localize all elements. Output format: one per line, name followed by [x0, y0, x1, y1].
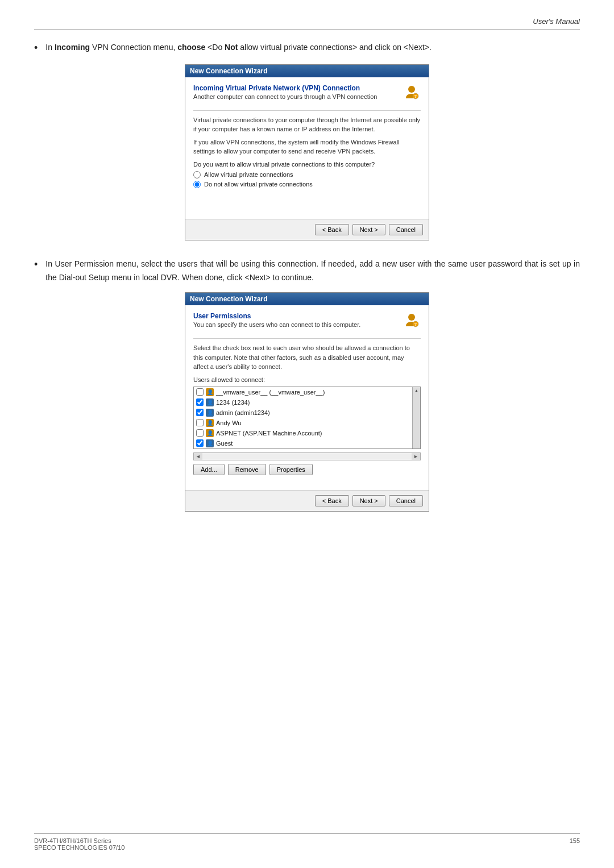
company-name: SPECO TECHNOLOGIES 07/10 [34, 844, 125, 851]
svg-text:?: ? [414, 322, 417, 326]
vpn-section-header: Incoming Virtual Private Network (VPN) C… [193, 84, 403, 92]
user-icon-1: 👤 [206, 398, 214, 406]
username-2: admin (admin1234) [216, 409, 270, 416]
back-button-2[interactable]: < Back [315, 495, 349, 506]
perm-section-sub: You can specify the users who can connec… [193, 321, 403, 328]
users-allowed-label: Users allowed to connect: [193, 376, 421, 383]
hz-track [202, 453, 412, 460]
dvr-series: DVR-4TH/8TH/16TH Series [34, 837, 111, 844]
back-button-1[interactable]: < Back [315, 224, 349, 235]
bullet-dot-1: • [34, 40, 38, 56]
bullet-row-2: • In User Permission menu, select the us… [34, 258, 580, 285]
vertical-scrollbar[interactable]: ▲ [412, 387, 420, 448]
page-footer: DVR-4TH/8TH/16TH Series SPECO TECHNOLOGI… [34, 833, 580, 851]
radio-allow-label: Allow virtual private connections [204, 171, 293, 178]
wizard-body-2: User Permissions You can specify the use… [185, 305, 429, 490]
list-item[interactable]: 👤 Guest [194, 438, 412, 448]
user-checkbox-4[interactable] [196, 429, 204, 437]
bullet-text-2: In User Permission menu, select the user… [45, 258, 580, 285]
wizard-user-permissions: New Connection Wizard User Permissions Y… [185, 292, 429, 512]
user-icon-0: 👤 [206, 388, 214, 396]
page-header: User's Manual [34, 17, 580, 30]
manual-title: User's Manual [533, 17, 580, 26]
remove-button[interactable]: Remove [228, 464, 266, 475]
user-icon-5: 👤 [206, 439, 214, 447]
bullet-section-2: • In User Permission menu, select the us… [34, 258, 580, 512]
hz-left-arrow[interactable]: ◄ [194, 454, 202, 459]
user-icon-4: 👤 [206, 429, 214, 437]
list-item[interactable]: 👤 ASPNET (ASP.NET Machine Account) [194, 428, 412, 438]
wizard-title-2: New Connection Wizard [190, 295, 268, 303]
wizard-titlebar-2: New Connection Wizard [185, 293, 429, 305]
cancel-button-1[interactable]: Cancel [389, 224, 423, 235]
action-buttons: Add... Remove Properties [193, 464, 421, 475]
wizard-footer-1: < Back Next > Cancel [185, 219, 429, 240]
footer-left: DVR-4TH/8TH/16TH Series SPECO TECHNOLOGI… [34, 837, 125, 851]
user-list-outer: 👤 __vmware_user__ (__vmware_user__) 👤 12… [193, 387, 421, 449]
wizard-title-1: New Connection Wizard [190, 67, 268, 75]
username-3: Andy Wu [216, 420, 241, 426]
hz-right-arrow[interactable]: ► [412, 454, 420, 459]
perm-description: Select the check box next to each user w… [193, 343, 421, 372]
wizard-footer-2: < Back Next > Cancel [185, 490, 429, 511]
wizard-body-1: Incoming Virtual Private Network (VPN) C… [185, 77, 429, 219]
svg-text:?: ? [414, 94, 417, 98]
vpn-section-sub: Another computer can connect to yours th… [193, 93, 403, 100]
user-checkbox-1[interactable] [196, 398, 204, 406]
list-item[interactable]: 👤 1234 (1234) [194, 397, 412, 408]
user-checkbox-2[interactable] [196, 409, 204, 416]
next-button-2[interactable]: Next > [352, 495, 385, 506]
user-icon-2: 👤 [206, 409, 214, 417]
wizard-vpn-connection: New Connection Wizard Incoming Virtual P… [185, 64, 429, 240]
properties-button[interactable]: Properties [269, 464, 313, 475]
username-0: __vmware_user__ (__vmware_user__) [216, 389, 325, 396]
vpn-para1: Virtual private connections to your comp… [193, 115, 421, 156]
bullet-dot-2: • [34, 256, 38, 273]
vpn-question: Do you want to allow virtual private con… [193, 161, 421, 168]
wizard-titlebar-1: New Connection Wizard [185, 65, 429, 77]
svg-point-3 [408, 314, 415, 321]
radio-allow-input[interactable] [193, 171, 201, 178]
radio-donotallow[interactable]: Do not allow virtual private connections [193, 181, 421, 188]
list-item[interactable]: 👤 admin (admin1234) [194, 408, 412, 418]
horizontal-scrollbar[interactable]: ◄ ► [193, 452, 421, 460]
username-5: Guest [216, 440, 233, 447]
bullet-section-1: • In Incoming VPN Connection menu, choos… [34, 41, 580, 240]
page-number: 155 [570, 837, 580, 851]
radio-allow[interactable]: Allow virtual private connections [193, 171, 421, 178]
perm-wizard-icon: ? [403, 312, 421, 330]
user-list: 👤 __vmware_user__ (__vmware_user__) 👤 12… [194, 387, 412, 448]
bullet-row-1: • In Incoming VPN Connection menu, choos… [34, 41, 580, 56]
next-button-1[interactable]: Next > [352, 224, 385, 235]
perm-section-header: User Permissions [193, 312, 403, 320]
user-checkbox-0[interactable] [196, 388, 204, 396]
scroll-up-arrow[interactable]: ▲ [414, 388, 419, 393]
cancel-button-2[interactable]: Cancel [389, 495, 423, 506]
radio-donotallow-label: Do not allow virtual private connections [204, 181, 313, 188]
user-checkbox-3[interactable] [196, 419, 204, 426]
username-1: 1234 (1234) [216, 399, 250, 406]
user-icon-3: 👤 [206, 419, 214, 427]
username-4: ASPNET (ASP.NET Machine Account) [216, 430, 322, 437]
svg-point-0 [408, 86, 415, 93]
vpn-wizard-icon: ? [403, 84, 421, 102]
list-item[interactable]: 👤 Andy Wu [194, 418, 412, 428]
add-button[interactable]: Add... [193, 464, 225, 475]
bullet-text-1: In Incoming VPN Connection menu, choose … [45, 41, 580, 55]
user-checkbox-5[interactable] [196, 439, 204, 447]
radio-donotallow-input[interactable] [193, 181, 201, 188]
list-item[interactable]: 👤 __vmware_user__ (__vmware_user__) [194, 387, 412, 397]
